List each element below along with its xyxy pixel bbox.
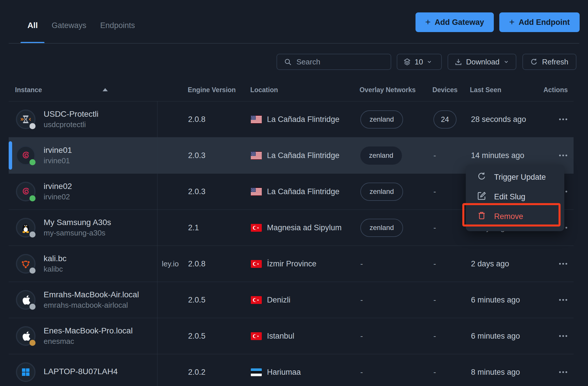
actions-cell (545, 282, 574, 318)
menu-item-remove[interactable]: Remove (466, 207, 564, 226)
row-actions-button[interactable] (559, 296, 568, 304)
row-context-menu: Trigger Update Edit Slug Remove (466, 165, 564, 231)
devices-cell: - (428, 246, 465, 282)
instance-title: Emrahs-MacBook-Air.local (44, 290, 139, 299)
add-endpoint-label: Add Endpoint (519, 18, 570, 27)
actions-cell (545, 101, 574, 137)
location-cell: Istanbul (248, 318, 360, 354)
search-input-wrapper[interactable] (277, 54, 391, 70)
add-gateway-button[interactable]: + Add Gateway (416, 12, 494, 32)
column-header-engine-version[interactable]: Engine Version (157, 83, 248, 96)
table-row[interactable]: kali.bc kalibc ley.io 2.0.8 İzmir Provin… (9, 246, 574, 282)
table-row[interactable]: Emrahs-MacBook-Air.local emrahs-macbook-… (9, 282, 574, 318)
flag-tr-icon (251, 332, 262, 340)
chevron-down-icon (426, 59, 432, 65)
tab-endpoints[interactable]: Endpoints (100, 20, 135, 31)
column-header-last-seen[interactable]: Last Seen (464, 83, 543, 96)
header-actions: + Add Gateway + Add Endpoint (416, 12, 580, 32)
engine-version-cell: 2.0.5 (157, 282, 248, 318)
search-icon (284, 58, 292, 66)
location-cell: La Cañada Flintridge (248, 138, 360, 173)
column-header-instance[interactable]: Instance (9, 83, 157, 96)
instance-slug: irvine01 (44, 156, 72, 165)
row-actions-button[interactable] (559, 368, 568, 376)
refresh-button[interactable]: Refresh (522, 54, 576, 70)
sort-ascending-icon (103, 88, 108, 91)
edit-icon (477, 191, 487, 203)
column-header-overlay-networks[interactable]: Overlay Networks (359, 83, 426, 96)
last-seen-cell: 2 days ago (465, 246, 545, 282)
search-input[interactable] (296, 57, 393, 66)
overflow-text-fragment: ley.io (162, 259, 179, 268)
location-name: La Cañada Flintridge (267, 187, 340, 196)
overlay-network-badge[interactable]: zenland (360, 110, 403, 129)
status-dot (29, 195, 36, 201)
overlay-networks-cell: zenland (360, 138, 428, 173)
column-header-devices[interactable]: Devices (427, 83, 464, 96)
overlay-network-badge[interactable]: zenland (360, 146, 402, 165)
location-cell: Denizli (248, 282, 360, 318)
tab-gateways[interactable]: Gateways (52, 20, 86, 31)
instance-cell: irvine02 irvine02 (9, 174, 157, 209)
location-name: Istanbul (267, 332, 294, 341)
page-size-value: 10 (415, 57, 423, 66)
table-row[interactable]: Enes-MacBook-Pro.local enesmac 2.0.5 Ist… (9, 318, 574, 354)
plus-icon: + (425, 17, 431, 27)
instance-title: irvine01 (44, 146, 72, 155)
actions-cell (545, 354, 574, 386)
flag-us-icon (251, 116, 262, 123)
download-button[interactable]: Download (448, 54, 516, 70)
instance-slug: enesmac (44, 337, 133, 346)
instance-cell: Enes-MacBook-Pro.local enesmac (9, 318, 157, 354)
refresh-icon (477, 171, 487, 183)
debian-logo-icon (16, 182, 36, 201)
row-actions-button[interactable] (559, 332, 568, 340)
overlay-networks-cell: zenland (360, 174, 428, 209)
last-seen-cell: 28 seconds ago (465, 101, 545, 137)
devices-count-badge[interactable]: 24 (433, 110, 457, 129)
last-seen-cell: 6 minutes ago (465, 282, 545, 318)
overlay-networks-cell: - (360, 318, 428, 354)
location-cell: La Cañada Flintridge (248, 101, 360, 137)
location-name: Magnesia ad Sipylum (267, 223, 342, 232)
tab-all[interactable]: All (27, 20, 38, 31)
instance-cell: USDC-Protectli usdcprotectli (9, 101, 157, 137)
instance-slug: usdcprotectli (44, 120, 99, 129)
engine-version-cell: 2.0.3 (157, 138, 248, 173)
menu-item-trigger-update[interactable]: Trigger Update (466, 167, 564, 187)
devices-cell: - (428, 354, 465, 386)
actions-cell (545, 246, 574, 282)
row-actions-button[interactable] (559, 152, 568, 159)
instance-cell: My Samsung A30s my-samsung-a30s (9, 210, 157, 246)
location-name: La Cañada Flintridge (267, 115, 340, 124)
flag-us-icon (251, 188, 262, 196)
row-actions-button[interactable] (559, 260, 568, 268)
overlay-network-badge[interactable]: zenland (360, 219, 403, 237)
status-dot (29, 268, 36, 274)
instance-title: irvine02 (44, 182, 72, 191)
instance-cell: irvine01 irvine01 (9, 138, 157, 173)
status-dot (29, 231, 36, 237)
flag-ee-icon (251, 368, 262, 376)
instance-slug: my-samsung-a30s (44, 229, 111, 237)
table-row[interactable]: USDC-Protectli usdcprotectli 2.0.8 La Ca… (9, 101, 574, 137)
row-actions-button[interactable] (559, 116, 568, 123)
menu-item-edit-slug[interactable]: Edit Slug (466, 187, 564, 207)
page-size-select[interactable]: 10 (397, 54, 442, 70)
overlay-networks-cell: - (360, 246, 428, 282)
overlay-network-badge[interactable]: zenland (360, 183, 403, 201)
status-dot (29, 304, 36, 310)
overlay-networks-cell: zenland (360, 210, 428, 246)
add-endpoint-button[interactable]: + Add Endpoint (499, 12, 580, 32)
table-row[interactable]: LAPTOP-8U07LAH4 2.0.2 Hariumaa - - 8 min… (9, 354, 574, 386)
apple-logo-icon (16, 290, 36, 310)
actions-cell (545, 318, 574, 354)
flag-tr-icon (251, 224, 262, 232)
devices-cell: 24 (428, 101, 465, 137)
last-seen-cell: 8 minutes ago (465, 354, 545, 386)
instance-title: LAPTOP-8U07LAH4 (44, 367, 118, 376)
flag-tr-icon (251, 296, 262, 304)
column-header-location[interactable]: Location (248, 83, 359, 96)
location-name: La Cañada Flintridge (267, 151, 340, 160)
trash-icon (477, 211, 487, 222)
